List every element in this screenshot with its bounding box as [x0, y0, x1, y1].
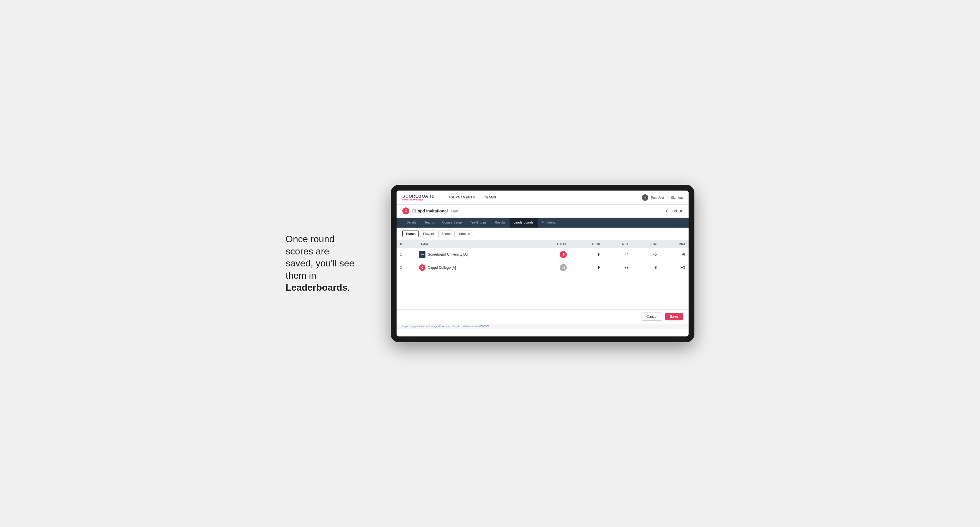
tab-leaderboards[interactable]: Leaderboards [509, 218, 538, 228]
cell-rd2: +5 [632, 248, 660, 261]
nav-links: TOURNAMENTS TEAMS [444, 190, 642, 205]
cell-rd3: -6 [660, 248, 689, 261]
team-name: Scoreboard University [A] [428, 252, 468, 257]
sub-nav: Details Teams Course Setup Tee Groups Re… [396, 218, 689, 228]
cell-thru: F [570, 248, 604, 261]
table-row: 1SUScoreboard University [A]-5F-4+5-6 [396, 248, 689, 261]
col-rd3: RD3 [660, 240, 689, 248]
tab-tee-groups[interactable]: Tee Groups [466, 218, 491, 228]
toggle-row: Teams Players Scores Strokes [396, 228, 689, 240]
description-line5-end: . [347, 282, 350, 293]
tab-results[interactable]: Results [491, 218, 509, 228]
tab-teams[interactable]: Teams [420, 218, 438, 228]
tablet-device: SCOREBOARD Powered by clippd TOURNAMENTS… [391, 185, 694, 342]
toggle-scores[interactable]: Scores [438, 230, 455, 237]
col-team: TEAM [415, 240, 533, 248]
tab-printables[interactable]: Printables [538, 218, 560, 228]
top-nav: SCOREBOARD Powered by clippd TOURNAMENTS… [396, 190, 689, 205]
powered-by-text: Powered by clippd [402, 198, 435, 201]
description-line3: saved, you'll see [286, 258, 355, 268]
cell-rank: 2 [396, 261, 415, 274]
user-avatar: S [642, 194, 648, 201]
footer-bar: Cancel Save [396, 309, 689, 324]
tournament-header: C Clippd Invitational (Men) Cancel ✕ [396, 205, 689, 218]
description-line1: Once round [286, 234, 334, 244]
toggle-players[interactable]: Players [420, 230, 437, 237]
table-row: 2CClippd College [A]+3F+8-8+3 [396, 261, 689, 274]
footer-save-button[interactable]: Save [665, 313, 683, 321]
cell-rd3: +3 [660, 261, 689, 274]
cell-thru: F [570, 261, 604, 274]
page-wrapper: Once round scores are saved, you'll see … [286, 185, 694, 342]
col-thru: THRU [570, 240, 604, 248]
description-line5-bold: Leaderboards [286, 282, 347, 293]
cell-total: +3 [534, 261, 570, 274]
col-rd1: RD1 [604, 240, 632, 248]
cell-rank: 1 [396, 248, 415, 261]
tournament-title: Clippd Invitational [412, 209, 448, 213]
score-badge: -5 [560, 251, 567, 258]
sign-out-link[interactable]: Sign out [671, 196, 683, 199]
url-text: https://stage-blue-coach.stagesCoreboard… [402, 325, 489, 328]
tournament-gender: (Men) [449, 209, 459, 213]
toggle-strokes[interactable]: Strokes [456, 230, 473, 237]
cell-rd1: -4 [604, 248, 632, 261]
footer-cancel-button[interactable]: Cancel [641, 313, 662, 321]
team-logo: C [419, 264, 425, 271]
app-logo-text: SCOREBOARD [402, 194, 435, 198]
app-logo-area: SCOREBOARD Powered by clippd [402, 194, 435, 201]
user-name: Test User [651, 196, 664, 199]
tab-details[interactable]: Details [402, 218, 420, 228]
tablet-screen: SCOREBOARD Powered by clippd TOURNAMENTS… [396, 190, 689, 337]
nav-divider: | [667, 196, 668, 199]
cell-rd2: -8 [632, 261, 660, 274]
nav-tournaments[interactable]: TOURNAMENTS [444, 190, 479, 205]
team-logo: SU [419, 251, 425, 258]
tab-course-setup[interactable]: Course Setup [438, 218, 466, 228]
nav-right: S Test User | Sign out [642, 194, 683, 201]
team-name: Clippd College [A] [428, 265, 456, 270]
nav-teams[interactable]: TEAMS [479, 190, 501, 205]
description-line2: scores are [286, 246, 329, 257]
url-bar: https://stage-blue-coach.stagesCoreboard… [396, 324, 689, 329]
tournament-actions: Cancel ✕ [666, 209, 683, 213]
cell-team: CClippd College [A] [415, 261, 533, 274]
content-spacer [396, 274, 689, 309]
col-total: TOTAL [534, 240, 570, 248]
cell-team: SUScoreboard University [A] [415, 248, 533, 261]
tournament-close-button[interactable]: ✕ [679, 209, 683, 213]
col-rd2: RD2 [632, 240, 660, 248]
leaderboard-table: # TEAM TOTAL THRU RD1 RD2 RD3 1SUScorebo… [396, 240, 689, 274]
toggle-teams[interactable]: Teams [402, 230, 419, 237]
tournament-cancel-link[interactable]: Cancel [666, 209, 677, 213]
description-line4: them in [286, 270, 316, 281]
table-header-row: # TEAM TOTAL THRU RD1 RD2 RD3 [396, 240, 689, 248]
score-badge: +3 [560, 264, 567, 271]
tournament-logo: C [402, 208, 409, 214]
left-description: Once round scores are saved, you'll see … [286, 233, 373, 294]
cell-rd1: +8 [604, 261, 632, 274]
cell-total: -5 [534, 248, 570, 261]
col-rank: # [396, 240, 415, 248]
